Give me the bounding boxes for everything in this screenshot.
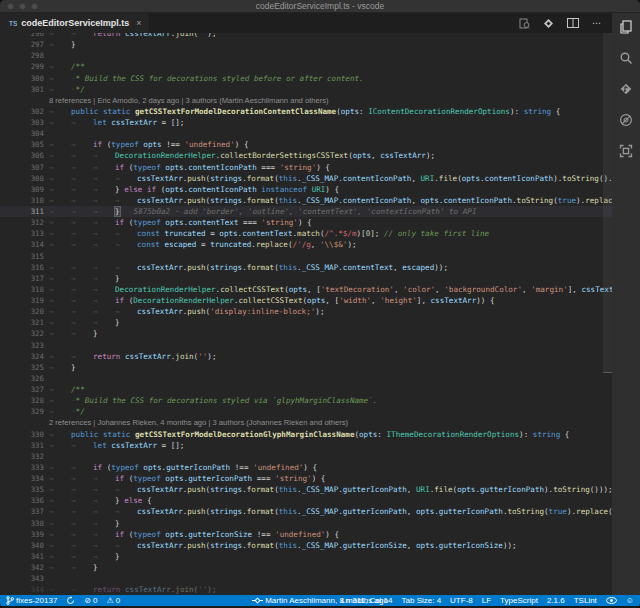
line-number[interactable]: 329 (0, 406, 44, 417)
preview-eye-item[interactable] (606, 597, 617, 604)
line-number[interactable]: 306 (0, 150, 44, 161)
line-number[interactable]: 300 (0, 73, 44, 84)
maximize-window-button[interactable] (31, 3, 38, 10)
line-number[interactable]: 307 (0, 162, 44, 173)
code-row[interactable]: 339→→→if (typeof opts.gutterIconSize !==… (0, 529, 612, 540)
code-row[interactable]: 338→→→} (0, 518, 612, 529)
line-number[interactable]: 315 (0, 251, 44, 262)
line-number[interactable]: 308 (0, 173, 44, 184)
code-row[interactable]: 304 (0, 128, 612, 139)
code-row[interactable]: 341→→→} (0, 551, 612, 562)
code-row[interactable]: 323 (0, 340, 612, 351)
line-number[interactable]: 324 (0, 351, 44, 362)
code-row[interactable]: 306→→→DecorationRenderHelper.collectBord… (0, 150, 612, 161)
code-row[interactable]: 321→→→} (0, 317, 612, 328)
code-row[interactable]: 342→→} (0, 562, 612, 573)
code-row[interactable]: 325→} (0, 362, 612, 373)
line-number[interactable]: 337 (0, 506, 44, 517)
line-number[interactable]: 309 (0, 184, 44, 195)
line-number[interactable]: 332 (0, 451, 44, 462)
code-row[interactable]: 305→→if (typeof opts !== 'undefined') { (0, 139, 612, 150)
line-col-indicator[interactable]: Ln 311, Col 14 (341, 596, 392, 605)
code-row[interactable]: 298 (0, 50, 612, 61)
line-number[interactable]: 327 (0, 384, 44, 395)
vertical-scrollbar[interactable] (603, 33, 612, 373)
line-number[interactable]: 322 (0, 328, 44, 339)
code-row[interactable]: 333→→if (typeof opts.gutterIconPath !== … (0, 462, 612, 473)
code-row[interactable]: 330→public static getCSSTextForModelDeco… (0, 429, 612, 440)
open-preview-icon[interactable] (519, 18, 530, 29)
code-row[interactable]: 344→→return cssTextArr.join(''); (0, 584, 612, 595)
line-number[interactable]: 302 (0, 106, 44, 117)
line-number[interactable]: 325 (0, 362, 44, 373)
code-row[interactable]: 309→→→} else if (opts.contentIconPath in… (0, 184, 612, 195)
line-number[interactable]: 331 (0, 440, 44, 451)
line-number[interactable]: 314 (0, 239, 44, 250)
code-row[interactable]: 307→→→if (typeof opts.contentIconPath ==… (0, 162, 612, 173)
eol-indicator[interactable]: LF (482, 596, 491, 605)
code-row[interactable]: 312→→→if (typeof opts.contentText === 's… (0, 217, 612, 228)
codelens-row[interactable]: 2 references | Johannes Rieken, 4 months… (0, 417, 612, 428)
line-number[interactable]: 336 (0, 495, 44, 506)
code-row[interactable]: 317→→→} (0, 273, 612, 284)
line-number[interactable]: 340 (0, 540, 44, 551)
line-number[interactable]: 344 (0, 584, 44, 595)
line-number[interactable]: 304 (0, 128, 44, 139)
minimize-window-button[interactable] (19, 3, 26, 10)
code-row[interactable]: 327→/** (0, 384, 612, 395)
line-number[interactable]: 316 (0, 262, 44, 273)
code-row[interactable]: 328→·* Build the CSS for decorations sty… (0, 395, 612, 406)
ts-version-indicator[interactable]: 2.1.6 (547, 596, 565, 605)
line-number[interactable]: 301 (0, 84, 44, 95)
code-row[interactable]: 311→→→}5875b0a2 · add 'border', 'outline… (0, 206, 612, 217)
code-row[interactable]: 326 (0, 373, 612, 384)
line-number[interactable]: 312 (0, 217, 44, 228)
code-row[interactable]: 299→/** (0, 61, 612, 72)
line-number[interactable] (0, 95, 44, 106)
line-number[interactable]: 297 (0, 39, 44, 50)
code-row[interactable]: 308→→→→cssTextArr.push(strings.format(th… (0, 173, 612, 184)
code-row[interactable]: 303→→let cssTextArr = []; (0, 117, 612, 128)
language-indicator[interactable]: TypeScript (500, 596, 538, 605)
code-row[interactable]: 331→→let cssTextArr = []; (0, 440, 612, 451)
line-number[interactable]: 310 (0, 195, 44, 206)
line-number[interactable]: 334 (0, 473, 44, 484)
code-row[interactable]: 335→→→→cssTextArr.push(strings.format(th… (0, 484, 612, 495)
feedback-smiley-icon[interactable]: ☺ (626, 597, 634, 605)
line-number[interactable]: 339 (0, 529, 44, 540)
code-row[interactable]: 301→·*/ (0, 84, 612, 95)
code-row[interactable]: 343 (0, 573, 612, 584)
search-icon[interactable] (619, 51, 633, 65)
line-number[interactable]: 342 (0, 562, 44, 573)
code-row[interactable]: 340→→→→cssTextArr.push(strings.format(th… (0, 540, 612, 551)
tab-codeEditorServiceImpl[interactable]: TS codeEditorServiceImpl.ts × (0, 13, 150, 33)
line-number[interactable]: 326 (0, 373, 44, 384)
errors-item[interactable]: ⊘ 0 (84, 596, 97, 605)
line-number[interactable]: 338 (0, 518, 44, 529)
source-control-gitlens-icon[interactable] (619, 82, 633, 96)
code-row[interactable]: 320→→→→cssTextArr.push('display:inline-b… (0, 306, 612, 317)
line-number[interactable]: 320 (0, 306, 44, 317)
code-row[interactable]: 313→→→→const truncated = opts.contentTex… (0, 228, 612, 239)
line-number[interactable]: 305 (0, 139, 44, 150)
debug-icon[interactable] (619, 113, 633, 127)
line-number[interactable]: 298 (0, 50, 44, 61)
editor-pane[interactable]: 296→→return cssTextArr.join('');297→}298… (0, 33, 612, 595)
more-actions-icon[interactable]: ⋯ (592, 18, 602, 28)
line-number[interactable]: 319 (0, 295, 44, 306)
tab-size-indicator[interactable]: Tab Size: 4 (402, 596, 442, 605)
line-number[interactable]: 330 (0, 429, 44, 440)
code-row[interactable]: 310→→→→cssTextArr.push(strings.format(th… (0, 195, 612, 206)
code-row[interactable]: 315 (0, 251, 612, 262)
gitlens-icon[interactable] (543, 18, 554, 29)
warnings-item[interactable]: ⚠ 0 (107, 596, 121, 605)
sync-item[interactable] (66, 596, 75, 605)
extensions-icon[interactable] (619, 144, 633, 158)
git-branch-item[interactable]: fixes-20137 (6, 596, 57, 605)
code-row[interactable]: 297→} (0, 39, 612, 50)
code-row[interactable]: 332 (0, 451, 612, 462)
code-row[interactable]: 322→→} (0, 328, 612, 339)
line-number[interactable]: 321 (0, 317, 44, 328)
line-number[interactable]: 303 (0, 117, 44, 128)
code-row[interactable]: 316→→→→cssTextArr.push(strings.format(th… (0, 262, 612, 273)
